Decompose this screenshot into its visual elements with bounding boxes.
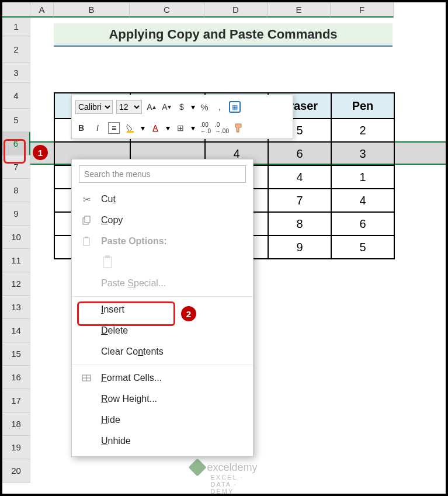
svg-rect-4 [85, 237, 88, 238]
menu-format-cells[interactable]: Format Cells... [72, 367, 253, 389]
title-banner: Applying Copy and Paste Commands [54, 23, 393, 47]
row-header-1[interactable]: 1 [2, 18, 30, 36]
menu-clear[interactable]: Clear Contents [72, 341, 253, 362]
menu-format-label: Format Cells... [101, 373, 162, 383]
watermark: exceldemy EXCEL · DATA · DEMY [190, 461, 257, 474]
spreadsheet: A B C D E F 1 2 3 4 5 6 7 8 9 10 11 12 1… [2, 2, 446, 494]
menu-unhide-label: Unhide [101, 436, 131, 446]
col-header-B[interactable]: B [54, 2, 130, 18]
bold-button[interactable]: B [75, 122, 87, 134]
mini-toolbar: Calibri 12 A▴ A▾ $ ▾ % , ▦ B I ≡ ▾ A▾ ⊞▾… [71, 95, 293, 139]
row-header-4[interactable]: 4 [2, 83, 30, 109]
menu-row-height[interactable]: Row Height... [72, 389, 253, 410]
svg-rect-6 [105, 255, 110, 258]
clipboard-icon [101, 255, 114, 270]
svg-rect-0 [127, 131, 134, 133]
svg-rect-3 [84, 238, 89, 245]
cell[interactable]: 3 [331, 142, 394, 165]
cut-icon: ✂ [80, 194, 93, 205]
cell[interactable]: 9 [268, 235, 331, 259]
menu-separator [72, 365, 253, 365]
row-header-15[interactable]: 15 [2, 342, 30, 366]
row-header-9[interactable]: 9 [2, 202, 30, 226]
comma-icon[interactable]: , [214, 101, 225, 113]
cell[interactable]: 7 [268, 189, 331, 212]
menu-copy-label: Copy [101, 215, 123, 226]
row-header-13[interactable]: 13 [2, 296, 30, 319]
menu-separator [72, 296, 253, 297]
callout-box-1 [4, 139, 26, 164]
cell[interactable]: 6 [268, 142, 331, 165]
menu-row-height-label: Row Height... [101, 394, 157, 404]
col-header-C[interactable]: C [130, 2, 204, 18]
col-header-D[interactable]: D [204, 2, 268, 18]
merge-icon[interactable]: ▦ [229, 101, 241, 113]
col-header-F[interactable]: F [331, 2, 394, 18]
percent-icon[interactable]: % [199, 101, 210, 113]
row-header-18[interactable]: 18 [2, 412, 30, 436]
menu-paste-special: Paste Special... [72, 273, 253, 294]
row-header-10[interactable]: 10 [2, 226, 30, 249]
align-center-icon[interactable]: ≡ [108, 122, 120, 134]
borders-icon[interactable]: ⊞ [175, 122, 186, 134]
menu-clear-label: Clear Contents [101, 346, 164, 357]
menu-copy[interactable]: Copy [72, 210, 253, 231]
menu-cut[interactable]: ✂ Cut [72, 189, 253, 210]
font-color-icon[interactable]: A [150, 122, 161, 134]
menu-delete-label: Delete [101, 325, 128, 336]
column-header-row: A B C D E F [2, 2, 446, 18]
cell[interactable]: 6 [331, 212, 394, 235]
row-header-20[interactable]: 20 [2, 459, 30, 483]
row-header-19[interactable]: 19 [2, 436, 30, 459]
col-header-A[interactable]: A [30, 2, 54, 18]
cell[interactable]: 2 [331, 119, 394, 142]
cell[interactable]: 4 [268, 165, 331, 189]
menu-search-input[interactable]: Search the menus [79, 165, 246, 183]
menu-unhide[interactable]: Unhide [72, 431, 253, 452]
menu-hide[interactable]: Hide [72, 410, 253, 431]
row-header-17[interactable]: 17 [2, 389, 30, 412]
callout-number-2: 2 [181, 306, 196, 321]
watermark-icon [188, 458, 206, 476]
paste-icon [80, 237, 93, 246]
row-header-16[interactable]: 16 [2, 366, 30, 389]
row-header-12[interactable]: 12 [2, 272, 30, 296]
cell[interactable]: 5 [331, 235, 394, 259]
watermark-sub: EXCEL · DATA · DEMY [210, 474, 257, 495]
decrease-decimal-icon[interactable]: .00←.0 [200, 122, 211, 134]
menu-paste-options: Paste Options: [72, 231, 253, 252]
col-header-E[interactable]: E [268, 2, 331, 18]
watermark-brand: exceldemy [207, 462, 257, 474]
svg-rect-5 [103, 257, 112, 268]
callout-number-1: 1 [33, 145, 48, 160]
select-all-corner[interactable] [2, 2, 30, 18]
font-name-select[interactable]: Calibri [75, 100, 113, 114]
menu-hide-label: Hide [101, 415, 120, 425]
cell[interactable]: 4 [331, 189, 394, 212]
currency-icon[interactable]: $ [176, 101, 187, 113]
row-header-14[interactable]: 14 [2, 319, 30, 342]
th-pen[interactable]: Pen [331, 93, 394, 119]
format-painter-icon[interactable] [232, 122, 244, 134]
font-size-select[interactable]: 12 [116, 100, 142, 114]
fill-color-icon[interactable] [124, 122, 136, 134]
decrease-font-icon[interactable]: A▾ [161, 101, 172, 113]
row-header-3[interactable]: 3 [2, 63, 30, 83]
italic-button[interactable]: I [92, 122, 103, 134]
row-header-8[interactable]: 8 [2, 179, 30, 202]
row-header-11[interactable]: 11 [2, 249, 30, 272]
format-cells-icon [80, 373, 93, 383]
svg-rect-2 [85, 216, 90, 223]
copy-icon [80, 216, 93, 225]
menu-paste-special-label: Paste Special... [101, 278, 166, 289]
menu-paste-options-label: Paste Options: [101, 236, 167, 247]
row-header-col: 1 2 3 4 5 6 7 8 9 10 11 12 13 14 15 16 1… [2, 18, 30, 483]
callout-box-2 [77, 301, 175, 326]
cell[interactable]: 1 [331, 165, 394, 189]
cell[interactable]: 8 [268, 212, 331, 235]
increase-font-icon[interactable]: A▴ [145, 101, 157, 113]
menu-paste-default [72, 252, 253, 273]
row-header-2[interactable]: 2 [2, 36, 30, 63]
row-header-5[interactable]: 5 [2, 109, 30, 132]
increase-decimal-icon[interactable]: .0→.00 [216, 122, 228, 134]
